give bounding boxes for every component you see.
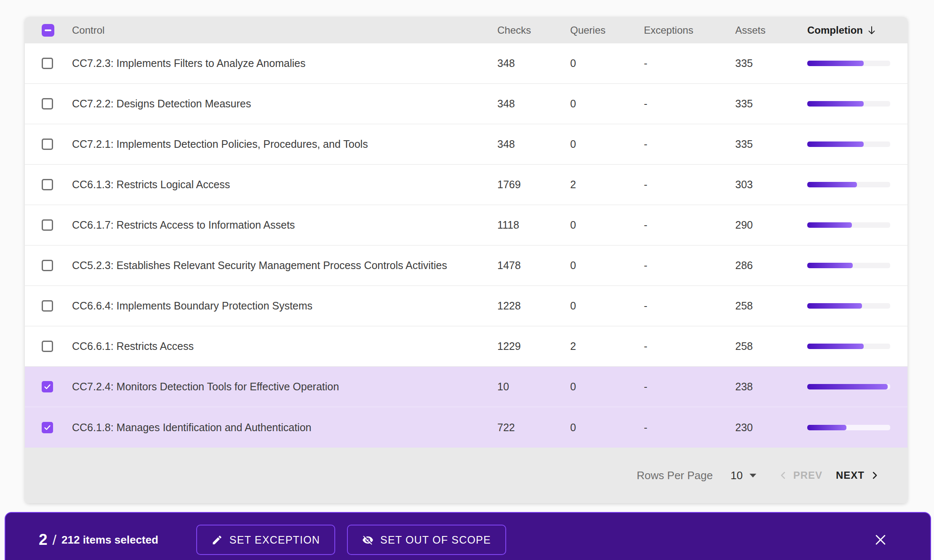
queries-value: 0 — [570, 138, 644, 150]
selection-action-bar: 2 / 212 items selected SET EXCEPTION SET… — [5, 512, 931, 560]
queries-value: 0 — [570, 300, 644, 312]
next-label: NEXT — [836, 469, 865, 481]
column-header-assets[interactable]: Assets — [735, 24, 807, 36]
exceptions-value: - — [644, 98, 735, 110]
exceptions-value: - — [644, 381, 735, 393]
completion-fill — [807, 182, 857, 187]
table-row[interactable]: CC6.1.8: Manages Identification and Auth… — [25, 407, 907, 448]
checks-value: 1229 — [497, 340, 570, 352]
table-header-row: Control Checks Queries Exceptions Assets… — [25, 17, 907, 43]
completion-fill — [807, 425, 846, 430]
exceptions-value: - — [644, 300, 735, 312]
row-checkbox[interactable] — [42, 422, 53, 433]
table-footer: Rows Per Page 10 PREV NEXT — [25, 448, 907, 503]
checks-value: 1769 — [497, 179, 570, 191]
row-checkbox[interactable] — [42, 58, 53, 69]
table-row[interactable]: CC7.2.4: Monitors Detection Tools for Ef… — [25, 367, 907, 407]
rows-per-page-value: 10 — [731, 469, 743, 482]
set-out-of-scope-label: SET OUT OF SCOPE — [380, 534, 491, 546]
control-label: CC7.2.3: Implements Filters to Analyze A… — [72, 57, 497, 69]
queries-value: 0 — [570, 259, 644, 272]
row-checkbox[interactable] — [42, 260, 53, 271]
queries-value: 0 — [570, 98, 644, 110]
exceptions-value: - — [644, 219, 735, 231]
exceptions-value: - — [644, 138, 735, 150]
completion-bar — [807, 384, 890, 389]
completion-bar — [807, 344, 890, 349]
table-row[interactable]: CC6.1.3: Restricts Logical Access 1769 2… — [25, 165, 907, 205]
assets-value: 238 — [735, 381, 807, 393]
table-row[interactable]: CC5.2.3: Establishes Relevant Security M… — [25, 245, 907, 286]
queries-value: 0 — [570, 57, 644, 69]
set-exception-button[interactable]: SET EXCEPTION — [196, 525, 335, 555]
completion-bar — [807, 141, 890, 147]
checks-value: 1118 — [497, 219, 570, 231]
close-selection-bar-button[interactable] — [871, 531, 890, 549]
checkmark-icon — [43, 424, 51, 432]
row-checkbox[interactable] — [42, 219, 53, 231]
chevron-right-icon — [869, 469, 881, 481]
row-checkbox[interactable] — [42, 341, 53, 352]
table-row[interactable]: CC6.6.1: Restricts Access 1229 2 - 258 — [25, 326, 907, 367]
control-label: CC6.6.4: Implements Boundary Protection … — [72, 300, 497, 312]
table-row[interactable]: CC7.2.3: Implements Filters to Analyze A… — [25, 43, 907, 84]
items-selected-label: 212 items selected — [61, 533, 158, 547]
assets-value: 258 — [735, 340, 807, 352]
row-checkbox[interactable] — [42, 98, 53, 109]
column-header-control[interactable]: Control — [72, 24, 497, 36]
assets-value: 335 — [735, 98, 807, 110]
checkmark-icon — [43, 383, 51, 391]
select-all-checkbox[interactable] — [42, 24, 54, 37]
table-row[interactable]: CC6.6.4: Implements Boundary Protection … — [25, 286, 907, 326]
column-header-completion[interactable]: Completion — [807, 24, 890, 36]
exceptions-value: - — [644, 421, 735, 434]
row-checkbox[interactable] — [42, 179, 53, 190]
chevron-left-icon — [777, 469, 789, 481]
selected-count-divider: / — [53, 532, 56, 548]
assets-value: 290 — [735, 219, 807, 231]
completion-header-label: Completion — [807, 24, 863, 36]
completion-bar — [807, 61, 890, 66]
table-row[interactable]: CC6.1.7: Restricts Access to Information… — [25, 205, 907, 245]
table-row[interactable]: CC7.2.2: Designs Detection Measures 348 … — [25, 84, 907, 124]
prev-label: PREV — [793, 469, 822, 481]
checks-value: 348 — [497, 138, 570, 150]
table-row[interactable]: CC7.2.1: Implements Detection Policies, … — [25, 124, 907, 165]
column-header-queries[interactable]: Queries — [570, 24, 644, 36]
row-checkbox[interactable] — [42, 381, 53, 392]
completion-fill — [807, 61, 864, 66]
rows-per-page-label: Rows Per Page — [637, 469, 713, 482]
column-header-checks[interactable]: Checks — [497, 24, 570, 36]
prev-page-button[interactable]: PREV — [777, 469, 822, 481]
assets-value: 335 — [735, 138, 807, 150]
checks-value: 348 — [497, 57, 570, 69]
completion-fill — [807, 222, 852, 228]
checks-value: 10 — [497, 381, 570, 393]
exceptions-value: - — [644, 57, 735, 69]
table-body: CC7.2.3: Implements Filters to Analyze A… — [25, 43, 907, 448]
column-header-exceptions[interactable]: Exceptions — [644, 24, 735, 36]
checks-value: 348 — [497, 98, 570, 110]
queries-value: 2 — [570, 179, 644, 191]
eye-off-icon — [362, 534, 374, 546]
control-label: CC6.6.1: Restricts Access — [72, 340, 497, 352]
control-label: CC7.2.4: Monitors Detection Tools for Ef… — [72, 381, 497, 393]
row-checkbox[interactable] — [42, 300, 53, 312]
completion-fill — [807, 344, 864, 349]
assets-value: 230 — [735, 421, 807, 434]
control-label: CC7.2.2: Designs Detection Measures — [72, 98, 497, 110]
checks-value: 722 — [497, 421, 570, 434]
pencil-icon — [211, 534, 223, 546]
control-label: CC6.1.3: Restricts Logical Access — [72, 179, 497, 191]
assets-value: 286 — [735, 259, 807, 272]
completion-fill — [807, 101, 864, 107]
rows-per-page-select[interactable]: 10 — [731, 469, 756, 482]
completion-bar — [807, 101, 890, 107]
row-checkbox[interactable] — [42, 139, 53, 150]
completion-bar — [807, 182, 890, 187]
queries-value: 0 — [570, 421, 644, 434]
exceptions-value: - — [644, 259, 735, 272]
set-out-of-scope-button[interactable]: SET OUT OF SCOPE — [347, 525, 506, 555]
queries-value: 2 — [570, 340, 644, 352]
next-page-button[interactable]: NEXT — [836, 469, 881, 481]
